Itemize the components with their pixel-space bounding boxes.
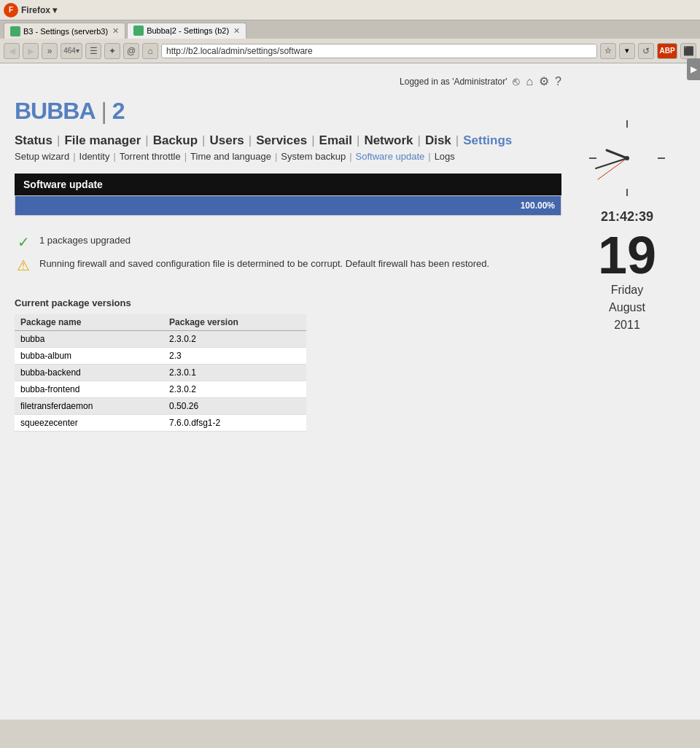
clock-weekday: Friday [611, 284, 643, 296]
bookmark-arrow[interactable]: ▾ [619, 43, 635, 59]
nav-network[interactable]: Network [359, 133, 417, 148]
browser-chrome: F Firefox ▾ B3 - Settings (serverb3) ✕ B… [0, 0, 700, 63]
logout-icon[interactable]: ⎋ [513, 75, 520, 88]
tab-2[interactable]: Bubba|2 - Settings (b2) ✕ [127, 23, 246, 39]
package-version-cell: 2.3 [163, 348, 306, 365]
logo-text: BUBBA [15, 98, 96, 124]
svg-line-5 [596, 158, 627, 168]
subnav-torrent-throttle[interactable]: Torrent throttle [116, 151, 184, 162]
main-content: Logged in as 'Administrator' ⎋ ⌂ ⚙ ? BUB… [15, 71, 561, 712]
tab-bar: B3 - Settings (serverb3) ✕ Bubba|2 - Set… [0, 20, 700, 39]
package-name-cell: bubba-backend [15, 365, 163, 381]
clock-svg [583, 114, 671, 202]
package-name-cell: filetransferdaemon [15, 398, 163, 415]
package-version-cell: 0.50.26 [163, 398, 306, 415]
firefox-label: Firefox ▾ [21, 5, 57, 15]
tab-label-2: Bubba|2 - Settings (b2) [147, 26, 229, 35]
logo: BUBBA | 2 [15, 98, 561, 125]
col-package-name: Package name [15, 314, 163, 331]
bookmarks2-button[interactable]: ✦ [104, 43, 120, 59]
packages-table: Package name Package version bubba2.3.0.… [15, 314, 306, 432]
sub-nav: Setup wizard | Identity | Torrent thrott… [15, 151, 561, 162]
progress-bar: 100.00% [15, 196, 561, 215]
home-nav-button[interactable]: ⌂ [142, 43, 158, 59]
col-package-version: Package version [163, 314, 306, 331]
nav-services[interactable]: Services [252, 133, 311, 148]
tab-close-2[interactable]: ✕ [233, 26, 240, 36]
package-version-cell: 2.3.0.1 [163, 365, 306, 381]
package-name-cell: bubba-frontend [15, 381, 163, 398]
msg-success: ✓ 1 packages upgraded [15, 230, 561, 254]
help-icon[interactable]: ? [555, 75, 561, 88]
subnav-identity[interactable]: Identity [76, 151, 114, 162]
gear-icon[interactable]: ⚙ [539, 74, 549, 88]
tab-favicon-1 [10, 26, 20, 36]
table-row: squeezecenter7.6.0.dfsg1-2 [15, 415, 306, 432]
package-version-cell: 2.3.0.2 [163, 381, 306, 398]
page: Logged in as 'Administrator' ⎋ ⌂ ⚙ ? BUB… [0, 63, 700, 720]
top-bar: Logged in as 'Administrator' ⎋ ⌂ ⚙ ? [15, 71, 561, 92]
svg-point-7 [625, 156, 629, 160]
table-row: bubba-backend2.3.0.1 [15, 365, 306, 381]
back-button[interactable]: ◀ [4, 43, 20, 59]
subnav-time-language[interactable]: Time and language [187, 151, 275, 162]
nav-status[interactable]: Status [15, 133, 57, 148]
subnav-system-backup[interactable]: System backup [277, 151, 349, 162]
nav-bar: ◀ ▶ » 464▾ ☰ ✦ @ ⌂ ☆ ▾ ↺ ABP ⬛ [0, 39, 700, 63]
nav-filemanager[interactable]: File manager [60, 133, 145, 148]
logged-in-text: Logged in as 'Administrator' [400, 77, 507, 87]
url-bar[interactable] [161, 44, 597, 58]
table-row: bubba2.3.0.2 [15, 331, 306, 348]
expand-button[interactable]: ▶ [687, 58, 700, 80]
digital-time: 21:42:39 [569, 209, 685, 225]
tab-1[interactable]: B3 - Settings (serverb3) ✕ [4, 23, 125, 39]
package-version-cell: 7.6.0.dfsg1-2 [163, 415, 306, 432]
messages: ✓ 1 packages upgraded ⚠ Running firewall… [15, 225, 561, 283]
logo-number: 2 [112, 98, 125, 124]
warning-icon: ⚠ [15, 257, 32, 274]
svg-line-6 [598, 158, 627, 179]
msg-success-text: 1 packages upgraded [39, 233, 131, 246]
bookmarks-button[interactable]: 464▾ [61, 43, 82, 59]
clock-year: 2011 [614, 319, 640, 331]
nav-disk[interactable]: Disk [421, 133, 456, 148]
abp-button[interactable]: ABP [657, 43, 677, 59]
nav-email[interactable]: Email [315, 133, 357, 148]
clock-widget: 21:42:39 19 Friday August 2011 [569, 71, 685, 712]
title-bar: F Firefox ▾ [0, 0, 700, 20]
table-row: bubba-album2.3 [15, 348, 306, 365]
package-name-cell: bubba [15, 331, 163, 348]
progress-container: 100.00% [15, 195, 561, 216]
package-name-cell: bubba-album [15, 348, 163, 365]
digital-date-day: 19 [569, 229, 685, 281]
nav-backup[interactable]: Backup [149, 133, 202, 148]
nav-settings[interactable]: Settings [459, 133, 516, 148]
tab-close-1[interactable]: ✕ [112, 26, 119, 36]
forward-button[interactable]: ▶ [23, 43, 39, 59]
subnav-software-update[interactable]: Software update [352, 151, 429, 162]
tab-favicon-2 [133, 26, 144, 36]
subnav-logs[interactable]: Logs [431, 151, 459, 162]
firefox-icon: F [4, 3, 18, 17]
home-icon[interactable]: ⌂ [526, 75, 533, 88]
main-nav: Status | File manager | Backup | Users |… [15, 133, 561, 148]
tab-label-1: B3 - Settings (serverb3) [23, 27, 108, 36]
more-button[interactable]: » [42, 43, 58, 59]
bookmark-star[interactable]: ☆ [600, 43, 616, 59]
svg-line-4 [607, 150, 627, 158]
msg-warning-text: Running firewall and saved configuration… [39, 257, 489, 269]
package-version-cell: 2.3.0.2 [163, 331, 306, 348]
clock-month: August [609, 301, 645, 313]
analog-clock [583, 114, 671, 202]
nav-users[interactable]: Users [206, 133, 249, 148]
subnav-setup-wizard[interactable]: Setup wizard [15, 151, 73, 162]
extra-button[interactable]: ⬛ [680, 43, 696, 59]
success-icon: ✓ [15, 233, 32, 251]
view-button[interactable]: ☰ [85, 43, 101, 59]
addressbook-button[interactable]: @ [123, 43, 139, 59]
reload-button[interactable]: ↺ [638, 43, 654, 59]
table-row: filetransferdaemon0.50.26 [15, 398, 306, 415]
package-name-cell: squeezecenter [15, 415, 163, 432]
digital-date-weekday: Friday August 2011 [569, 281, 685, 334]
progress-label: 100.00% [521, 200, 555, 211]
